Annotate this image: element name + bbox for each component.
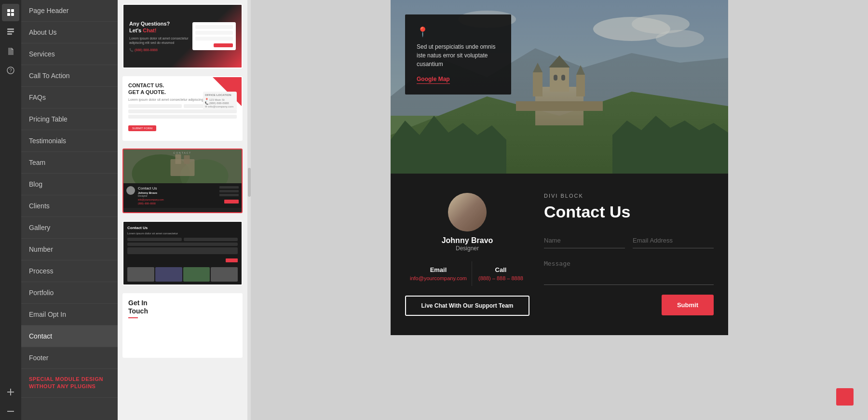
map-description: Sed ut perspiciatis unde omnis iste natu… — [417, 42, 500, 68]
nav-item-portfolio[interactable]: Portfolio — [21, 282, 118, 304]
nav-item-pricing-table[interactable]: Pricing Table — [21, 108, 118, 130]
thumb-card-4[interactable]: Contact Us Lorem ipsum dolor sit amet co… — [122, 221, 243, 285]
svg-rect-18 — [123, 149, 242, 183]
email-value: info@yourcompany.com — [410, 275, 467, 281]
contact-section: Johnny Bravo Designer Email info@yourcom… — [391, 174, 728, 335]
elements-icon-btn[interactable] — [2, 23, 19, 41]
nav-item-gallery[interactable]: Gallery — [21, 217, 118, 239]
contact-avatar-wrap: Johnny Bravo Designer — [405, 193, 529, 252]
map-pin-icon: 📍 — [417, 26, 500, 38]
nav-item-process[interactable]: Process — [21, 260, 118, 282]
google-map-link[interactable]: Google Map — [417, 76, 450, 84]
icon-sidebar: ? — [0, 0, 21, 420]
svg-rect-2 — [7, 13, 10, 16]
thumb-card-3[interactable]: CONTACT Contact Us Johnny Bravo Designer… — [122, 149, 243, 213]
nav-sidebar: Page Header About Us Services Call To Ac… — [21, 0, 118, 420]
contact-info-row: Email info@yourcompany.com Call (888) – … — [405, 261, 529, 286]
svg-rect-5 — [7, 31, 14, 32]
help-icon-btn[interactable]: ? — [2, 62, 19, 79]
nav-item-special[interactable]: SPECIAL MODULE DESIGN WITHOUT ANY PLUGIN… — [21, 369, 118, 398]
minus-icon-btn[interactable] — [2, 403, 19, 420]
map-section: 📍 Sed ut perspiciatis unde omnis iste na… — [391, 0, 728, 174]
contact-grid: Johnny Bravo Designer Email info@yourcom… — [405, 193, 714, 316]
nav-item-email-opt-in[interactable]: Email Opt In — [21, 304, 118, 325]
main-preview: 📍 Sed ut perspiciatis unde omnis iste na… — [251, 0, 868, 420]
call-label: Call — [477, 266, 525, 273]
email-label: Email — [410, 266, 467, 273]
nav-item-team[interactable]: Team — [21, 152, 118, 174]
contact-avatar — [448, 193, 487, 231]
divi-block-label: DIVI BLOCK — [544, 193, 714, 199]
svg-rect-1 — [11, 9, 14, 12]
form-submit-button[interactable]: Submit — [662, 295, 714, 315]
svg-text:?: ? — [9, 68, 12, 73]
svg-rect-6 — [7, 33, 12, 35]
contact-form-col: DIVI BLOCK Contact Us Submit — [544, 193, 714, 316]
thumb-card-2[interactable]: CONTACT US.GET A QUOTE. Lorem ipsum dolo… — [122, 76, 243, 141]
contact-call-col: Call (888) – 888 – 8888 — [472, 261, 529, 286]
form-message-textarea[interactable] — [544, 256, 714, 285]
nav-item-clients[interactable]: Clients — [21, 195, 118, 217]
contact-person-card: Johnny Bravo Designer Email info@yourcom… — [405, 193, 529, 316]
contact-form: Submit — [544, 233, 714, 295]
nav-item-number[interactable]: Number — [21, 239, 118, 260]
svg-rect-10 — [7, 392, 14, 393]
nav-item-services[interactable]: Services — [21, 43, 118, 65]
pages-icon-btn[interactable] — [2, 4, 19, 21]
thumbnail-panel: Any Questions?Let's Chat! Lorem ipsum do… — [118, 0, 248, 420]
contact-avatar-img — [448, 193, 487, 231]
document-icon-btn[interactable] — [2, 42, 19, 60]
form-name-email-row — [544, 233, 714, 248]
thumb-card-1[interactable]: Any Questions?Let's Chat! Lorem ipsum do… — [122, 4, 243, 68]
add-icon-btn[interactable] — [2, 383, 19, 401]
contact-email-col: Email info@yourcompany.com — [405, 261, 472, 286]
preview-content: 📍 Sed ut perspiciatis unde omnis iste na… — [391, 0, 728, 420]
svg-rect-4 — [7, 28, 14, 30]
svg-rect-0 — [7, 9, 10, 12]
nav-item-testimonials[interactable]: Testimonials — [21, 130, 118, 152]
nav-item-about-us[interactable]: About Us — [21, 22, 118, 43]
svg-rect-11 — [7, 411, 14, 412]
call-value: (888) – 888 – 8888 — [477, 275, 525, 281]
contact-role: Designer — [456, 245, 479, 252]
live-chat-button[interactable]: Live Chat With Our Support Team — [405, 296, 529, 316]
contact-title: Contact Us — [544, 203, 714, 221]
contact-name: Johnny Bravo — [442, 236, 493, 245]
form-name-input[interactable] — [544, 233, 625, 248]
form-email-input[interactable] — [633, 233, 714, 248]
thumb-card-5[interactable]: Get InTouch — [122, 293, 243, 358]
nav-item-footer[interactable]: Footer — [21, 347, 118, 369]
red-accent-square — [836, 388, 854, 406]
nav-item-contact[interactable]: Contact — [21, 325, 118, 347]
nav-item-blog[interactable]: Blog — [21, 174, 118, 195]
svg-rect-3 — [11, 13, 14, 16]
nav-item-faqs[interactable]: FAQs — [21, 87, 118, 108]
nav-item-page-header[interactable]: Page Header — [21, 0, 118, 22]
map-overlay-card: 📍 Sed ut perspiciatis unde omnis iste na… — [405, 14, 511, 95]
nav-item-call-to-action[interactable]: Call To Action — [21, 65, 118, 87]
